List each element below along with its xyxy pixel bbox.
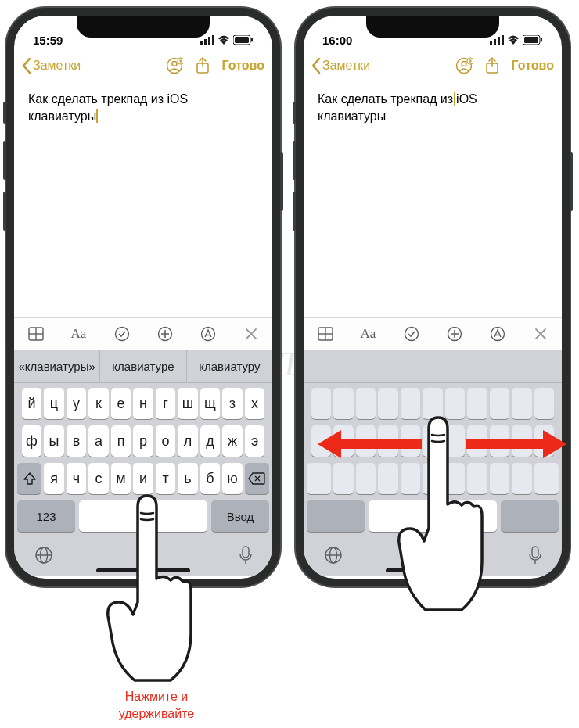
- text-format-icon[interactable]: Aa: [69, 324, 89, 344]
- enter-key-blank[interactable]: [501, 500, 559, 532]
- key-ц[interactable]: ц: [44, 388, 64, 419]
- key-blank[interactable]: [311, 425, 332, 457]
- done-button[interactable]: Готово: [512, 59, 554, 73]
- key-г[interactable]: г: [156, 388, 176, 419]
- key-й[interactable]: й: [22, 388, 42, 419]
- share-icon[interactable]: [194, 57, 211, 74]
- key-blank[interactable]: [311, 388, 332, 419]
- close-icon[interactable]: [530, 324, 551, 344]
- key-blank[interactable]: [356, 463, 376, 494]
- suggestion-2[interactable]: клавиатуре: [100, 350, 186, 382]
- space-key-blank[interactable]: [369, 500, 497, 532]
- space-key[interactable]: [79, 500, 207, 532]
- key-blank[interactable]: [490, 463, 510, 494]
- key-у[interactable]: у: [67, 388, 87, 419]
- delete-key-blank[interactable]: [534, 463, 559, 494]
- key-щ[interactable]: щ: [200, 388, 221, 419]
- shift-key-blank[interactable]: [307, 463, 331, 494]
- key-я[interactable]: я: [44, 463, 64, 494]
- mic-icon[interactable]: [529, 546, 541, 568]
- key-т[interactable]: т: [156, 463, 176, 494]
- note-content[interactable]: Как сделать трекпад из iOS клавиатуры: [14, 83, 272, 317]
- key-м[interactable]: м: [111, 463, 131, 494]
- key-н[interactable]: н: [133, 388, 153, 419]
- checklist-icon[interactable]: [401, 324, 422, 344]
- key-а[interactable]: а: [88, 425, 109, 457]
- key-з[interactable]: з: [222, 388, 243, 419]
- key-blank[interactable]: [401, 425, 421, 457]
- key-blank[interactable]: [467, 388, 487, 419]
- add-person-icon[interactable]: [455, 57, 473, 74]
- key-blank[interactable]: [356, 388, 376, 419]
- back-button[interactable]: Заметки: [22, 58, 81, 74]
- key-р[interactable]: р: [133, 425, 153, 457]
- key-э[interactable]: э: [245, 425, 265, 457]
- key-с[interactable]: с: [88, 463, 109, 494]
- markup-icon[interactable]: [198, 324, 218, 344]
- key-ж[interactable]: ж: [222, 425, 243, 457]
- key-blank[interactable]: [445, 463, 466, 494]
- key-blank[interactable]: [534, 388, 555, 419]
- add-person-icon[interactable]: [166, 57, 183, 74]
- key-о[interactable]: о: [156, 425, 176, 457]
- key-blank[interactable]: [333, 425, 354, 457]
- table-icon[interactable]: [315, 324, 336, 344]
- key-blank[interactable]: [467, 463, 487, 494]
- add-icon[interactable]: [444, 324, 465, 344]
- suggestion-1[interactable]: «клавиатуры»: [14, 350, 100, 382]
- key-е[interactable]: е: [111, 388, 131, 419]
- mic-icon[interactable]: [239, 546, 252, 568]
- share-icon[interactable]: [484, 57, 501, 74]
- key-blank[interactable]: [490, 388, 510, 419]
- shift-key[interactable]: [17, 463, 41, 494]
- numeric-key-blank[interactable]: [307, 500, 365, 532]
- numeric-key[interactable]: 123: [17, 500, 75, 532]
- globe-icon[interactable]: [324, 546, 343, 568]
- key-blank[interactable]: [512, 425, 532, 457]
- key-blank[interactable]: [401, 388, 421, 419]
- note-content[interactable]: Как сделать трекпад изiOS клавиатуры: [304, 83, 562, 317]
- keyboard-trackpad[interactable]: [304, 383, 562, 541]
- key-ч[interactable]: ч: [67, 463, 87, 494]
- close-icon[interactable]: [241, 324, 261, 344]
- key-blank[interactable]: [512, 388, 532, 419]
- key-blank[interactable]: [401, 463, 421, 494]
- keyboard[interactable]: йцукенгшщзх фывапролджэ ячсмитьбю 123 Вв…: [14, 383, 272, 541]
- key-blank[interactable]: [356, 425, 376, 457]
- key-blank[interactable]: [490, 425, 510, 457]
- key-blank[interactable]: [378, 388, 398, 419]
- add-icon[interactable]: [155, 324, 175, 344]
- key-ш[interactable]: ш: [178, 388, 198, 419]
- home-indicator[interactable]: [386, 568, 480, 572]
- key-blank[interactable]: [512, 463, 532, 494]
- home-indicator[interactable]: [96, 568, 190, 572]
- globe-icon[interactable]: [34, 546, 53, 568]
- key-ф[interactable]: ф: [22, 425, 42, 457]
- key-blank[interactable]: [333, 388, 354, 419]
- back-button[interactable]: Заметки: [311, 58, 370, 74]
- key-и[interactable]: и: [133, 463, 153, 494]
- key-п[interactable]: п: [111, 425, 131, 457]
- key-blank[interactable]: [423, 425, 443, 457]
- key-л[interactable]: л: [178, 425, 198, 457]
- key-blank[interactable]: [445, 388, 466, 419]
- key-blank[interactable]: [467, 425, 487, 457]
- key-blank[interactable]: [378, 425, 398, 457]
- checklist-icon[interactable]: [112, 324, 132, 344]
- enter-key[interactable]: Ввод: [211, 500, 269, 532]
- text-format-icon[interactable]: Aa: [358, 324, 379, 344]
- key-к[interactable]: к: [88, 388, 109, 419]
- key-blank[interactable]: [333, 463, 354, 494]
- table-icon[interactable]: [26, 324, 46, 344]
- key-х[interactable]: х: [245, 388, 265, 419]
- key-ы[interactable]: ы: [44, 425, 64, 457]
- key-blank[interactable]: [534, 425, 555, 457]
- key-ь[interactable]: ь: [178, 463, 198, 494]
- key-д[interactable]: д: [200, 425, 221, 457]
- delete-key[interactable]: [245, 463, 269, 494]
- key-blank[interactable]: [445, 425, 466, 457]
- markup-icon[interactable]: [487, 324, 508, 344]
- key-ю[interactable]: ю: [222, 463, 243, 494]
- key-б[interactable]: б: [200, 463, 221, 494]
- done-button[interactable]: Готово: [222, 59, 264, 73]
